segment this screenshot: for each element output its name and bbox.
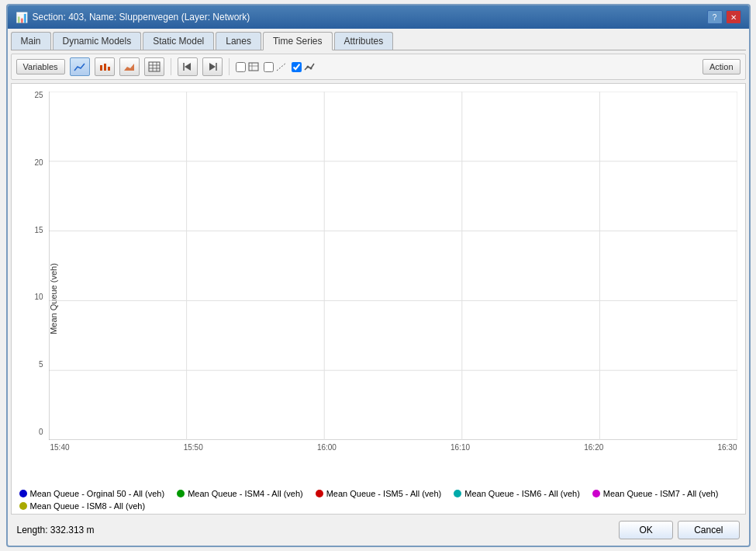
window-title: Section: 403, Name: Sluppenvegen (Layer:… — [33, 12, 250, 23]
length-label: Length: 332.313 m — [17, 525, 95, 535]
legend-dot-original50 — [19, 490, 27, 497]
x-tick-1600: 16:00 — [317, 443, 337, 452]
separator-2 — [229, 58, 230, 75]
y-tick-20: 20 — [35, 159, 43, 167]
legend-dot-ism8 — [19, 502, 27, 510]
toolbar: Variables — [11, 54, 746, 80]
bar-chart-button[interactable] — [95, 57, 115, 76]
tab-main[interactable]: Main — [11, 32, 51, 50]
checkbox-scatter — [264, 62, 287, 72]
variables-button[interactable]: Variables — [16, 59, 65, 75]
x-axis-ticks: 15:40 15:50 16:00 16:10 16:20 16:30 — [50, 443, 737, 452]
svg-point-18 — [309, 68, 312, 70]
legend-label-ism4: Mean Queue - ISM4 - All (veh) — [188, 489, 303, 498]
x-tick-1620: 16:20 — [584, 443, 603, 452]
legend-item-ism4: Mean Queue - ISM4 - All (veh) — [177, 489, 303, 498]
legend-label-ism7: Mean Queue - ISM7 - All (veh) — [603, 489, 719, 498]
svg-marker-10 — [185, 63, 191, 71]
legend-label-ism8: Mean Queue - ISM8 - All (veh) — [30, 501, 146, 511]
tab-static-model[interactable]: Static Model — [143, 32, 214, 50]
tab-lanes[interactable]: Lanes — [216, 32, 261, 50]
bottom-bar: Length: 332.313 m OK Cancel — [11, 518, 746, 542]
area-chart-button[interactable] — [119, 57, 140, 76]
legend-item-original50: Mean Queue - Orginal 50 - All (veh) — [19, 489, 165, 498]
legend-dot-ism5 — [316, 490, 323, 497]
table-button[interactable] — [144, 57, 164, 76]
svg-marker-3 — [124, 64, 134, 71]
legend-label-original50: Mean Queue - Orginal 50 - All (veh) — [30, 489, 165, 498]
legend-label-ism6: Mean Queue - ISM6 - All (veh) — [464, 489, 580, 498]
x-tick-1540: 15:40 — [50, 443, 70, 452]
legend-item-ism7: Mean Queue - ISM7 - All (veh) — [592, 489, 719, 498]
svg-line-16 — [277, 63, 286, 71]
x-tick-1550: 15:50 — [184, 443, 203, 452]
main-window: 📊 Section: 403, Name: Sluppenvegen (Laye… — [6, 4, 751, 547]
tab-bar: Main Dynamic Models Static Model Lanes T… — [11, 32, 746, 50]
bottom-buttons: OK Cancel — [619, 521, 739, 539]
legend-area: Mean Queue - Orginal 50 - All (veh) Mean… — [19, 489, 737, 511]
svg-marker-12 — [209, 63, 216, 71]
svg-rect-4 — [149, 62, 160, 71]
tab-dynamic-models[interactable]: Dynamic Models — [53, 32, 142, 50]
legend-dot-ism4 — [177, 490, 185, 497]
first-button[interactable] — [178, 57, 198, 76]
svg-rect-2 — [108, 67, 110, 71]
checkbox-3[interactable] — [292, 62, 302, 72]
checkbox-1[interactable] — [236, 62, 246, 72]
legend-item-ism6: Mean Queue - ISM6 - All (veh) — [454, 489, 580, 498]
x-tick-1630: 16:30 — [717, 443, 737, 452]
chart-area: Mean Queue (veh) 0 5 10 15 20 25 — [11, 83, 746, 515]
svg-rect-0 — [100, 65, 102, 71]
svg-point-17 — [306, 66, 309, 68]
y-axis-ticks: 0 5 10 15 20 25 — [35, 92, 43, 436]
y-tick-0: 0 — [39, 428, 43, 436]
tab-time-series[interactable]: Time Series — [263, 32, 333, 50]
legend-dot-ism6 — [454, 490, 461, 497]
help-button[interactable]: ? — [707, 10, 723, 24]
line-chart-button[interactable] — [70, 57, 90, 76]
close-button[interactable]: ✕ — [726, 10, 741, 24]
chart-svg — [49, 92, 737, 440]
legend-item-ism5: Mean Queue - ISM5 - All (veh) — [316, 489, 442, 498]
checkbox-grid — [236, 62, 259, 72]
title-bar: 📊 Section: 403, Name: Sluppenvegen (Laye… — [8, 5, 749, 29]
tab-attributes[interactable]: Attributes — [334, 32, 394, 50]
checkbox-line — [292, 62, 315, 72]
x-tick-1610: 16:10 — [450, 443, 470, 452]
checkbox-2[interactable] — [264, 62, 274, 72]
y-tick-15: 15 — [35, 227, 43, 234]
last-button[interactable] — [202, 57, 223, 76]
y-tick-25: 25 — [35, 92, 43, 99]
cancel-button[interactable]: Cancel — [678, 521, 739, 539]
legend-item-ism8: Mean Queue - ISM8 - All (veh) — [19, 501, 146, 511]
legend-dot-ism7 — [592, 490, 600, 497]
svg-rect-1 — [104, 64, 106, 71]
svg-rect-13 — [249, 63, 258, 71]
separator-1 — [171, 58, 171, 75]
y-tick-10: 10 — [35, 293, 43, 301]
action-button[interactable]: Action — [702, 59, 740, 75]
ok-button[interactable]: OK — [619, 521, 673, 539]
y-tick-5: 5 — [39, 361, 43, 369]
content-area: Main Dynamic Models Static Model Lanes T… — [8, 29, 749, 546]
title-icon: 📊 — [16, 12, 28, 23]
legend-label-ism5: Mean Queue - ISM5 - All (veh) — [326, 489, 442, 498]
